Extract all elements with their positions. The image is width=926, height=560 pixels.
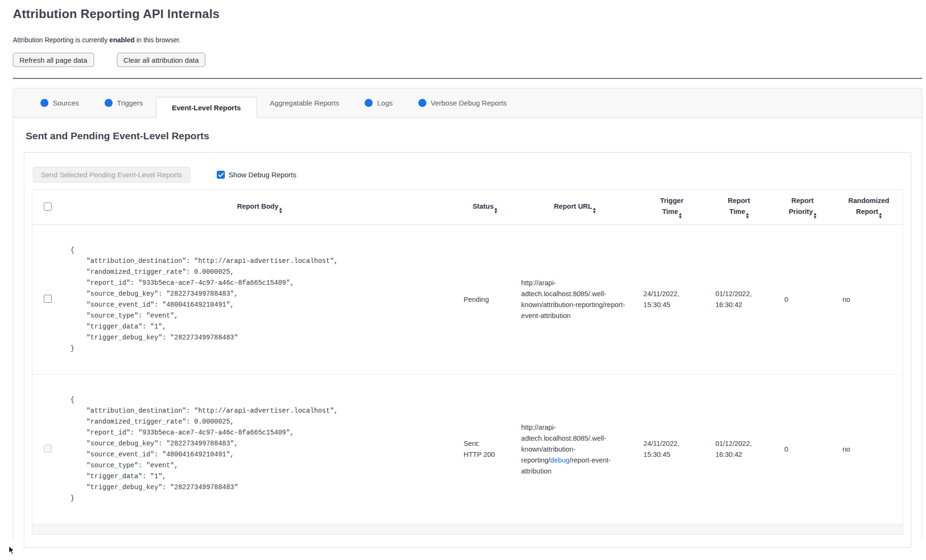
column-label: Randomized Report — [848, 197, 889, 215]
column-label: Status — [473, 203, 493, 210]
refresh-all-button[interactable]: Refresh all page data — [13, 53, 94, 67]
report-body-json: { "attribution_destination": "http://ara… — [70, 245, 448, 354]
tab-logs[interactable]: Logs — [352, 88, 405, 118]
report-priority-cell: 0 — [770, 225, 835, 375]
url-text: http://arapi-adtech.localhost:8085/.well… — [521, 279, 625, 319]
trigger-time-cell: 24/11/2022, 15:30:45 — [636, 375, 708, 524]
tab-dot-icon — [418, 99, 426, 107]
column-header-report-priority[interactable]: Report Priority — [770, 190, 835, 225]
report-row: { "attribution_destination": "http://ara… — [32, 375, 903, 524]
report-time-cell: 01/12/2022, 16:30:42 — [708, 225, 770, 375]
tab-strip: Sources Triggers Event-Level Reports Agg… — [13, 88, 922, 118]
divider — [13, 78, 922, 79]
show-debug-checkbox-group[interactable]: Show Debug Reports — [217, 171, 297, 179]
tab-label: Logs — [377, 99, 393, 107]
tab-dot-icon — [40, 99, 48, 107]
status-cell: Sent: HTTP 200 — [456, 375, 513, 524]
trigger-time-cell: 24/11/2022, 15:30:45 — [636, 225, 708, 375]
tab-label: Sources — [53, 99, 79, 107]
select-all-checkbox[interactable] — [44, 203, 52, 211]
table-header-row: Report Body Status Report URL Trigger Ti… — [32, 190, 903, 225]
column-label: Report Body — [237, 203, 279, 210]
table-footer — [32, 524, 903, 535]
column-label: Report URL — [554, 203, 592, 210]
report-row: { "attribution_destination": "http://ara… — [32, 225, 903, 375]
table-footer-row — [32, 524, 903, 535]
tabbox: Sources Triggers Event-Level Reports Agg… — [13, 88, 922, 541]
sort-icon — [494, 207, 497, 213]
event-level-reports-table: Report Body Status Report URL Trigger Ti… — [32, 189, 903, 535]
toolbar: Refresh all page data Clear all attribut… — [13, 53, 922, 67]
report-priority-cell: 0 — [770, 375, 835, 524]
report-body-cell: { "attribution_destination": "http://ara… — [63, 375, 456, 524]
tab-dot-icon — [105, 99, 113, 107]
send-selected-button[interactable]: Send Selected Pending Event-Level Report… — [33, 167, 190, 183]
status-suffix: in this browser. — [135, 36, 181, 44]
sort-icon — [746, 212, 749, 219]
report-url-cell: http://arapi-adtech.localhost:8085/.well… — [513, 225, 636, 375]
column-header-randomized-report[interactable]: Randomized Report — [835, 190, 903, 225]
column-header-trigger-time[interactable]: Trigger Time — [636, 190, 708, 225]
tab-aggregatable-reports[interactable]: Aggregatable Reports — [257, 88, 352, 118]
sort-icon — [280, 207, 282, 213]
show-debug-checkbox[interactable] — [217, 171, 225, 179]
column-header-report-body[interactable]: Report Body — [63, 190, 456, 225]
row-checkbox-disabled — [44, 444, 52, 453]
tab-triggers[interactable]: Triggers — [92, 88, 155, 118]
clear-all-button[interactable]: Clear all attribution data — [117, 53, 205, 67]
report-time-cell: 01/12/2022, 16:30:42 — [708, 375, 770, 524]
section-heading: Sent and Pending Event-Level Reports — [24, 118, 911, 152]
tab-label: Aggregatable Reports — [270, 99, 339, 107]
column-label: Report Priority — [789, 197, 813, 215]
tab-label: Triggers — [117, 99, 143, 107]
event-level-reports-panel: Sent and Pending Event-Level Reports Sen… — [13, 118, 922, 550]
tab-dot-icon — [365, 99, 373, 107]
status-cell: Pending — [456, 225, 513, 375]
randomized-report-cell: no — [835, 375, 903, 524]
status-state: enabled — [109, 36, 135, 44]
column-header-report-url[interactable]: Report URL — [513, 190, 636, 225]
report-url-cell: http://arapi-adtech.localhost:8085/.well… — [513, 375, 636, 524]
row-checkbox[interactable] — [44, 295, 52, 303]
row-select-cell — [32, 225, 63, 375]
reports-panel: Send Selected Pending Event-Level Report… — [24, 152, 911, 548]
sort-icon — [879, 212, 881, 219]
row-select-cell — [32, 375, 63, 524]
mouse-cursor-icon — [9, 546, 15, 555]
debug-link[interactable]: debug — [550, 456, 569, 464]
randomized-report-cell: no — [835, 225, 903, 375]
column-header-status[interactable]: Status — [456, 190, 513, 225]
select-all-header[interactable] — [32, 190, 63, 225]
sort-icon — [679, 212, 682, 219]
tab-label: Verbose Debug Reports — [431, 99, 507, 107]
show-debug-label: Show Debug Reports — [229, 171, 297, 179]
status-prefix: Attribution Reporting is currently — [13, 36, 109, 44]
sort-icon — [593, 207, 596, 213]
page-title: Attribution Reporting API Internals — [13, 7, 922, 21]
tab-verbose-debug-reports[interactable]: Verbose Debug Reports — [405, 88, 520, 118]
tab-event-level-reports[interactable]: Event-Level Reports — [156, 97, 257, 118]
column-header-report-time[interactable]: Report Time — [708, 190, 770, 225]
tab-sources[interactable]: Sources — [28, 88, 92, 118]
controls-row: Send Selected Pending Event-Level Report… — [33, 167, 903, 183]
report-body-cell: { "attribution_destination": "http://ara… — [63, 225, 456, 375]
sort-icon — [814, 212, 816, 219]
report-body-json: { "attribution_destination": "http://ara… — [70, 395, 448, 504]
attribution-status-line: Attribution Reporting is currently enabl… — [13, 36, 922, 44]
tab-label: Event-Level Reports — [172, 104, 241, 112]
